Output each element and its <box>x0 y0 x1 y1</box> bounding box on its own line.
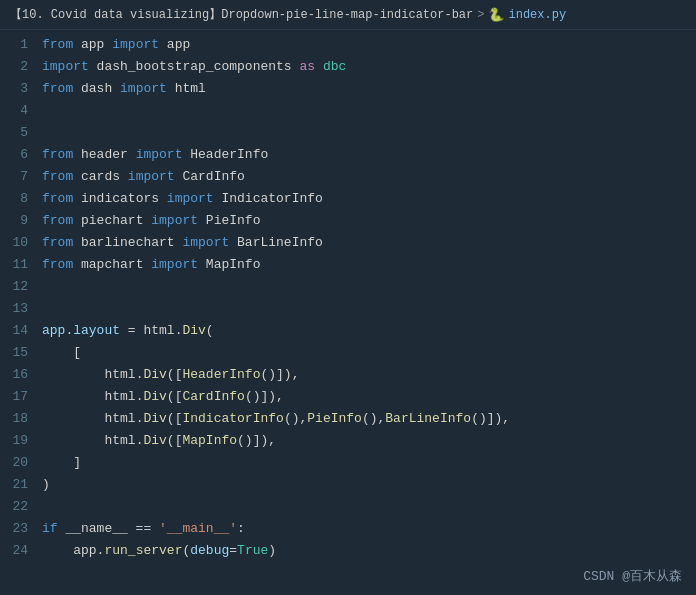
line-content: if __name__ == '__main__': <box>42 518 245 540</box>
token: header <box>73 147 135 162</box>
line-content: from indicators import IndicatorInfo <box>42 188 323 210</box>
code-line: 1from app import app <box>0 34 696 56</box>
token: __name__ == <box>58 521 159 536</box>
token: BarLineInfo <box>229 235 323 250</box>
token: html <box>143 323 174 338</box>
token: (), <box>362 411 385 426</box>
code-line: 12 <box>0 276 696 298</box>
line-content: from piechart import PieInfo <box>42 210 260 232</box>
token: app.layout <box>42 323 120 338</box>
line-content: ) <box>42 474 50 496</box>
line-number: 21 <box>0 474 42 496</box>
token: from <box>42 37 73 52</box>
token: CardInfo <box>175 169 245 184</box>
token: ) <box>268 543 276 558</box>
token: ()]), <box>471 411 510 426</box>
token: PieInfo <box>307 411 362 426</box>
token: from <box>42 235 73 250</box>
line-content: from cards import CardInfo <box>42 166 245 188</box>
token: ()]), <box>237 433 276 448</box>
token: html <box>42 411 136 426</box>
token: dash_bootstrap_components <box>89 59 300 74</box>
token: = <box>120 323 143 338</box>
line-number: 13 <box>0 298 42 320</box>
line-content: from app import app <box>42 34 190 56</box>
token: True <box>237 543 268 558</box>
line-number: 3 <box>0 78 42 100</box>
token: Div <box>143 367 166 382</box>
token: (), <box>284 411 307 426</box>
code-line: 5 <box>0 122 696 144</box>
token: ([ <box>167 367 183 382</box>
token: from <box>42 169 73 184</box>
token: from <box>42 81 73 96</box>
token: Div <box>182 323 205 338</box>
code-line: 9from piechart import PieInfo <box>0 210 696 232</box>
line-number: 17 <box>0 386 42 408</box>
token: html <box>42 367 136 382</box>
token: from <box>42 257 73 272</box>
token: dash <box>73 81 120 96</box>
token: ] <box>42 455 81 470</box>
line-number: 4 <box>0 100 42 122</box>
line-content: html.Div([CardInfo()]), <box>42 386 284 408</box>
code-line: 2import dash_bootstrap_components as dbc <box>0 56 696 78</box>
line-content: import dash_bootstrap_components as dbc <box>42 56 346 78</box>
breadcrumb-separator: > <box>477 8 484 22</box>
token: as <box>299 59 315 74</box>
token: import <box>167 191 214 206</box>
token: ([ <box>167 411 183 426</box>
token: PieInfo <box>198 213 260 228</box>
token: [ <box>42 345 81 360</box>
code-line: 13 <box>0 298 696 320</box>
line-number: 8 <box>0 188 42 210</box>
code-line: 16 html.Div([HeaderInfo()]), <box>0 364 696 386</box>
token: import <box>136 147 183 162</box>
watermark: CSDN @百木从森 <box>583 567 682 585</box>
line-content: from header import HeaderInfo <box>42 144 268 166</box>
token: from <box>42 191 73 206</box>
code-line: 3from dash import html <box>0 78 696 100</box>
token: Div <box>143 433 166 448</box>
token: import <box>128 169 175 184</box>
token: ) <box>42 477 50 492</box>
token: : <box>237 521 245 536</box>
line-number: 6 <box>0 144 42 166</box>
code-line: 11from mapchart import MapInfo <box>0 254 696 276</box>
token: CardInfo <box>182 389 244 404</box>
code-line: 23if __name__ == '__main__': <box>0 518 696 540</box>
token: ([ <box>167 389 183 404</box>
line-number: 16 <box>0 364 42 386</box>
code-line: 19 html.Div([MapInfo()]), <box>0 430 696 452</box>
code-line: 6from header import HeaderInfo <box>0 144 696 166</box>
token: ()]), <box>260 367 299 382</box>
code-line: 20 ] <box>0 452 696 474</box>
token: run_server <box>104 543 182 558</box>
token: MapInfo <box>198 257 260 272</box>
line-number: 12 <box>0 276 42 298</box>
code-line: 14app.layout = html.Div( <box>0 320 696 342</box>
line-number: 15 <box>0 342 42 364</box>
token: HeaderInfo <box>182 147 268 162</box>
token: import <box>182 235 229 250</box>
token: MapInfo <box>182 433 237 448</box>
code-line: 17 html.Div([CardInfo()]), <box>0 386 696 408</box>
token: import <box>151 257 198 272</box>
token: html <box>42 389 136 404</box>
token: import <box>120 81 167 96</box>
token: IndicatorInfo <box>182 411 283 426</box>
token: app <box>42 543 97 558</box>
line-content: html.Div([MapInfo()]), <box>42 430 276 452</box>
line-number: 18 <box>0 408 42 430</box>
code-line: 18 html.Div([IndicatorInfo(),PieInfo(),B… <box>0 408 696 430</box>
token: app <box>73 37 112 52</box>
line-number: 23 <box>0 518 42 540</box>
line-content: html.Div([IndicatorInfo(),PieInfo(),BarL… <box>42 408 510 430</box>
line-content: from mapchart import MapInfo <box>42 254 260 276</box>
line-number: 7 <box>0 166 42 188</box>
token: if <box>42 521 58 536</box>
token: ()]), <box>245 389 284 404</box>
code-line: 22 <box>0 496 696 518</box>
code-line: 15 [ <box>0 342 696 364</box>
token: ([ <box>167 433 183 448</box>
